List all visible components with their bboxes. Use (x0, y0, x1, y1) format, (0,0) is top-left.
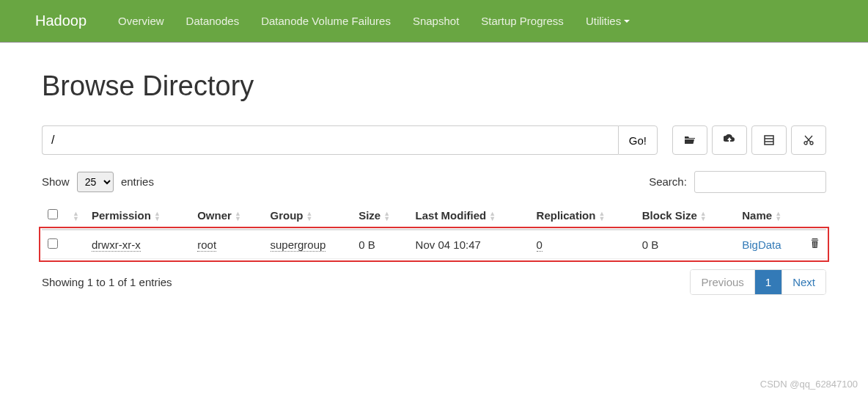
pagination: Previous 1 Next (690, 269, 826, 295)
select-all-checkbox[interactable] (48, 209, 58, 219)
entries-label: entries (121, 175, 154, 188)
sort-icon: ▲▼ (306, 211, 313, 222)
col-owner[interactable]: Owner▲▼ (191, 202, 264, 230)
cell-permission[interactable]: drwxr-xr-x (92, 238, 141, 252)
col-size[interactable]: Size▲▼ (353, 202, 409, 230)
path-input-group: Go! (42, 125, 658, 155)
svg-point-4 (810, 142, 813, 145)
toolbar (672, 125, 826, 155)
sort-icon: ▲▼ (775, 211, 781, 222)
prev-button[interactable]: Previous (691, 270, 754, 294)
caret-down-icon (624, 20, 630, 23)
table-row: drwxr-xr-x root supergroup 0 B Nov 04 10… (42, 230, 826, 259)
nav-volume-failures[interactable]: Datanode Volume Failures (250, 15, 402, 27)
cell-last-modified: Nov 04 10:47 (410, 230, 531, 259)
nav-utilities[interactable]: Utilities (575, 15, 641, 27)
nav-datanodes[interactable]: Datanodes (175, 15, 251, 27)
sort-icon: ▲▼ (598, 211, 605, 222)
navbar-brand[interactable]: Hadoop (35, 12, 87, 29)
nav-utilities-label: Utilities (586, 15, 621, 27)
search-label: Search: (649, 175, 687, 188)
cut-icon (803, 134, 814, 146)
page-1-button[interactable]: 1 (755, 270, 782, 294)
sort-icon[interactable]: ▲▼ (73, 211, 79, 222)
col-block-size[interactable]: Block Size▲▼ (636, 202, 737, 230)
nav-overview[interactable]: Overview (107, 15, 175, 27)
upload-button[interactable] (712, 125, 747, 155)
list-button[interactable] (751, 125, 787, 155)
entries-select[interactable]: 25 (77, 172, 114, 192)
search-control: Search: (649, 171, 826, 193)
entries-length-control: Show 25 entries (42, 172, 154, 192)
new-folder-button[interactable] (672, 125, 707, 155)
svg-rect-0 (765, 136, 773, 145)
search-input[interactable] (694, 171, 826, 193)
cell-group[interactable]: supergroup (271, 238, 326, 252)
svg-point-3 (804, 142, 807, 145)
cell-replication[interactable]: 0 (537, 238, 542, 252)
row-checkbox[interactable] (48, 238, 58, 249)
cell-block-size: 0 B (636, 230, 737, 259)
navbar: Hadoop Overview Datanodes Datanode Volum… (0, 0, 868, 43)
trash-icon[interactable] (809, 238, 820, 249)
next-button[interactable]: Next (782, 270, 825, 294)
nav-snapshot[interactable]: Snapshot (402, 15, 470, 27)
folder-open-icon (684, 134, 696, 146)
table-info: Showing 1 to 1 of 1 entries (42, 276, 172, 288)
col-last-modified[interactable]: Last Modified▲▼ (410, 202, 531, 230)
sort-icon: ▲▼ (489, 211, 496, 222)
sort-icon: ▲▼ (154, 211, 161, 222)
file-table: ▲▼ Permission▲▼ Owner▲▼ Group▲▼ Size▲▼ L… (42, 202, 826, 259)
page-title: Browse Directory (42, 70, 826, 102)
col-name[interactable]: Name▲▼ (736, 202, 803, 230)
sort-icon: ▲▼ (700, 211, 707, 222)
sort-icon: ▲▼ (383, 211, 390, 222)
cell-name-link[interactable]: BigData (742, 238, 781, 251)
col-replication[interactable]: Replication▲▼ (531, 202, 636, 230)
sort-icon: ▲▼ (235, 211, 241, 222)
list-icon (763, 134, 775, 146)
path-input[interactable] (42, 125, 618, 155)
show-label: Show (42, 175, 70, 188)
cell-owner[interactable]: root (197, 238, 216, 252)
go-button[interactable]: Go! (618, 125, 658, 155)
nav-startup-progress[interactable]: Startup Progress (470, 15, 575, 27)
col-permission[interactable]: Permission▲▼ (86, 202, 191, 230)
cut-button[interactable] (791, 125, 826, 155)
cell-size: 0 B (353, 230, 409, 259)
upload-icon (724, 134, 735, 146)
col-group[interactable]: Group▲▼ (265, 202, 353, 230)
